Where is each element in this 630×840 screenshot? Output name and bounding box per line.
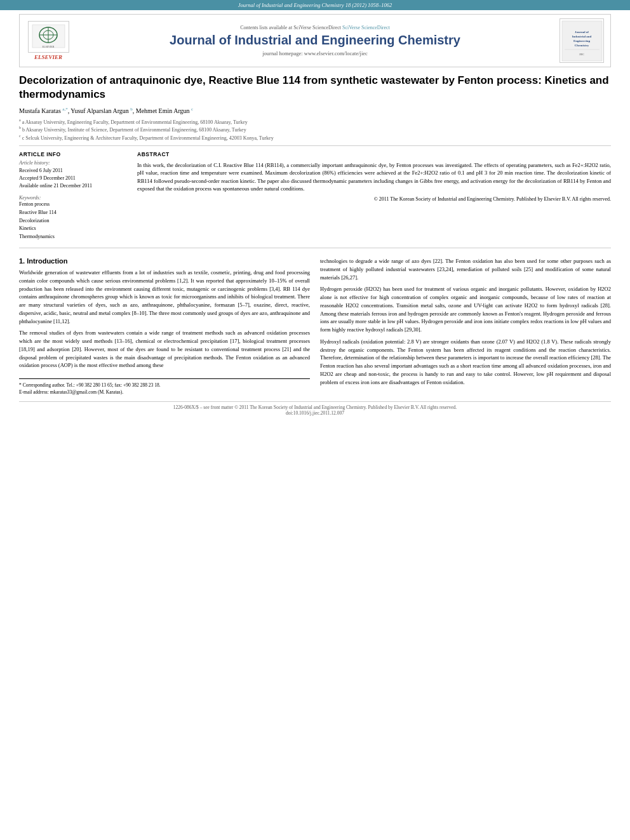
elsevier-text: ELSEVIER xyxy=(34,54,62,60)
intro-para-2: The removal studies of dyes from wastewa… xyxy=(19,329,310,370)
footer-bar: 1226-086X/$ – see front matter © 2011 Th… xyxy=(19,401,611,416)
keywords-label: Keywords: xyxy=(19,195,127,201)
svg-text:Engineering: Engineering xyxy=(573,39,590,43)
svg-text:Industrial and: Industrial and xyxy=(572,35,591,38)
divider-1 xyxy=(19,145,611,146)
journal-citation: Journal of Industrial and Engineering Ch… xyxy=(238,2,392,8)
footnote-area: * Corresponding author. Tel.: +90 382 28… xyxy=(19,378,310,396)
svg-text:Journal of: Journal of xyxy=(574,30,588,34)
article-info: Article info Article history: Received 6… xyxy=(19,151,127,241)
keywords-list: Fenton process Reactive Blue 114 Decolor… xyxy=(19,201,127,241)
svg-text:ELSEVIER: ELSEVIER xyxy=(42,45,54,48)
footer-doi: doi:10.1016/j.jiec.2011.12.007 xyxy=(19,410,611,416)
paper-body: Decolorization of antraquinonic dye, Rea… xyxy=(19,74,611,416)
sciverse-link[interactable]: SciVerse ScienceDirect xyxy=(342,25,390,30)
elsevier-logo-box: ELSEVIER xyxy=(28,21,69,53)
accepted-date: Accepted 9 December 2011 xyxy=(19,175,127,182)
intro-para-1: Worldwide generation of wastewater efflu… xyxy=(19,269,310,325)
intro-heading: 1. Introduction xyxy=(19,257,310,265)
main-content: 1. Introduction Worldwide generation of … xyxy=(19,257,611,396)
author-sup-a: a,* xyxy=(62,107,67,112)
keyword-kinetics: Kinetics xyxy=(19,225,127,233)
right-para-3: Hydroxyl radicals (oxidation potential: … xyxy=(320,338,611,387)
abstract-text: In this work, the decolorization of C.I.… xyxy=(137,161,611,192)
authors: Mustafa Karatas a,*, Yusuf Alparslan Arg… xyxy=(19,107,611,114)
footer-issn: 1226-086X/$ – see front matter © 2011 Th… xyxy=(19,404,611,410)
author-sup-b: b xyxy=(130,107,133,112)
left-column: 1. Introduction Worldwide generation of … xyxy=(19,257,310,396)
divider-2 xyxy=(19,248,611,248)
affiliation-c: c c Selcuk University, Engineering & Arc… xyxy=(19,133,611,142)
footnote-corresponding: * Corresponding author. Tel.: +90 382 28… xyxy=(19,382,310,389)
article-info-heading: Article info xyxy=(19,151,127,157)
svg-text:JIEC: JIEC xyxy=(579,53,584,56)
right-column: technologies to degrade a wide range of … xyxy=(320,257,611,396)
intro-text: Worldwide generation of wastewater efflu… xyxy=(19,269,310,370)
sciverse-line: Contents lists available at SciVerse Sci… xyxy=(70,25,560,30)
abstract-section: Abstract In this work, the decolorizatio… xyxy=(137,151,611,241)
keyword-rb114: Reactive Blue 114 xyxy=(19,209,127,217)
keyword-thermo: Thermodynamics xyxy=(19,233,127,241)
affiliation-a: a a Aksaray University, Engineering Facu… xyxy=(19,117,611,126)
affiliations: a a Aksaray University, Engineering Facu… xyxy=(19,117,611,142)
right-para-2: Hydrogen peroxide (H2O2) has been used f… xyxy=(320,285,611,334)
right-para-1: technologies to degrade a wide range of … xyxy=(320,257,611,281)
keyword-fenton: Fenton process xyxy=(19,201,127,209)
received-date: Received 6 July 2011 Accepted 9 December… xyxy=(19,167,127,190)
available-online: Available online 21 December 2011 xyxy=(19,182,127,190)
svg-text:Chemistry: Chemistry xyxy=(574,44,589,47)
right-text: technologies to degrade a wide range of … xyxy=(320,257,611,386)
keyword-decolorization: Decolorization xyxy=(19,217,127,225)
abstract-heading: Abstract xyxy=(137,151,611,157)
author-sup-c: c xyxy=(191,107,193,112)
footnote-email: E-mail address: mkaratas33@gmail.com (M.… xyxy=(19,389,310,396)
journal-homepage: journal homepage: www.elsevier.com/locat… xyxy=(70,50,560,57)
affiliation-b: b b Aksaray University, Institute of Sci… xyxy=(19,125,611,133)
top-bar: Journal of Industrial and Engineering Ch… xyxy=(0,0,630,10)
info-abstract-section: Article info Article history: Received 6… xyxy=(19,151,611,241)
journal-header: ELSEVIER ELSEVIER Contents lists availab… xyxy=(19,14,611,67)
journal-title: Journal of Industrial and Engineering Ch… xyxy=(70,33,560,48)
elsevier-logo: ELSEVIER ELSEVIER xyxy=(26,21,70,60)
keywords-section: Keywords: Fenton process Reactive Blue 1… xyxy=(19,195,127,241)
journal-header-center: Contents lists available at SciVerse Sci… xyxy=(70,25,560,57)
copyright-line: © 2011 The Korean Society of Industrial … xyxy=(137,196,611,202)
right-logo-box: Journal of Industrial and Engineering Ch… xyxy=(560,18,604,63)
paper-title: Decolorization of antraquinonic dye, Rea… xyxy=(19,74,611,102)
history-label: Article history: xyxy=(19,160,127,166)
